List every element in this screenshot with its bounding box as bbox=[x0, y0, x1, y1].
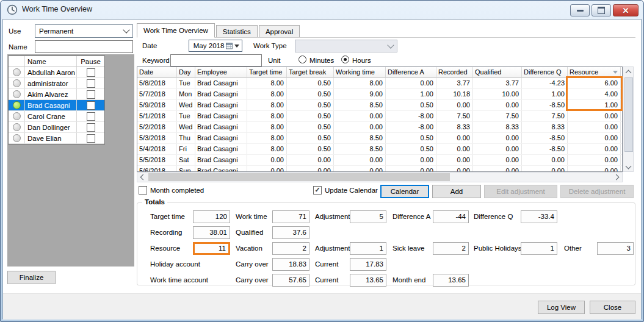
unit-minutes-radio[interactable] bbox=[298, 55, 306, 63]
table-row[interactable]: 5/2/2018WedBrad Casagni8.000.500.00-8.00… bbox=[137, 122, 622, 133]
maximize-button[interactable] bbox=[592, 4, 611, 16]
target-time-value: 120 bbox=[193, 210, 230, 223]
date-year[interactable]: 2018 bbox=[208, 42, 225, 49]
scroll-up-icon[interactable] bbox=[623, 67, 633, 77]
active-indicator-icon bbox=[13, 101, 21, 109]
date-month[interactable]: May bbox=[192, 42, 208, 49]
work-time-grid[interactable]: DateDayEmployeeTarget timeTarget breakWo… bbox=[137, 66, 623, 172]
log-view-button[interactable]: Log View bbox=[538, 301, 585, 314]
scroll-left-icon[interactable] bbox=[137, 173, 147, 182]
unit-hours-radio[interactable] bbox=[341, 55, 349, 63]
difference-a-value: -44 bbox=[433, 210, 469, 223]
resource-label: Resource bbox=[150, 242, 180, 255]
employee-row[interactable]: Brad Casagni bbox=[9, 100, 104, 111]
cell-resource: 0.00 bbox=[568, 166, 621, 172]
pause-checkbox[interactable] bbox=[87, 112, 95, 121]
work-type-combobox[interactable] bbox=[295, 40, 397, 52]
date-picker[interactable]: May 2018 bbox=[189, 40, 242, 52]
cell-resource: 0.00 bbox=[568, 133, 621, 143]
column-header-label: Difference A bbox=[388, 67, 424, 77]
column-header-difference_a[interactable]: Difference A bbox=[386, 67, 436, 78]
cell-date: 5/3/2018 bbox=[137, 133, 177, 143]
edit-adjustment-button[interactable]: Edit adjustment bbox=[484, 185, 557, 198]
cell-target_break: 0.50 bbox=[287, 89, 334, 99]
column-header-qualified[interactable]: Qualified bbox=[473, 67, 522, 78]
work-time-label: Work time bbox=[236, 210, 267, 223]
employee-name[interactable]: administrator bbox=[25, 78, 77, 88]
employee-name[interactable]: Dave Elian bbox=[25, 133, 77, 143]
horizontal-scrollbar-thumb[interactable] bbox=[148, 173, 450, 181]
column-header-resource[interactable]: Resource bbox=[568, 67, 621, 78]
horizontal-scrollbar[interactable] bbox=[137, 172, 623, 182]
employee-row[interactable]: Dave Elian bbox=[9, 133, 104, 144]
pause-checkbox[interactable] bbox=[87, 68, 95, 77]
employee-list[interactable]: Name Pause Abdullah AaronadministratorAk… bbox=[8, 55, 105, 145]
vertical-scrollbar[interactable] bbox=[623, 66, 634, 172]
cell-working_time: 0.00 bbox=[334, 111, 386, 121]
employee-name[interactable]: Abdullah Aaron bbox=[25, 67, 77, 77]
close-dialog-button[interactable]: Close bbox=[590, 301, 635, 314]
employee-name[interactable]: Dan Dollinger bbox=[25, 122, 77, 132]
holiday-current-label: Current bbox=[315, 258, 338, 271]
pause-checkbox[interactable] bbox=[87, 123, 95, 132]
cell-day: Sun bbox=[177, 166, 195, 172]
employee-name[interactable]: Brad Casagni bbox=[25, 100, 77, 110]
vertical-scrollbar-thumb[interactable] bbox=[624, 77, 633, 152]
pause-checkbox[interactable] bbox=[87, 101, 95, 110]
table-row[interactable]: 5/7/2018MonBrad Casagni8.000.509.001.001… bbox=[137, 89, 622, 100]
employee-row[interactable]: Dan Dollinger bbox=[9, 122, 104, 133]
employee-row[interactable]: Abdullah Aaron bbox=[9, 67, 104, 78]
cell-working_time: 8.00 bbox=[334, 78, 386, 88]
column-header-label: Difference Q bbox=[524, 67, 562, 77]
column-header-target_time[interactable]: Target time bbox=[247, 67, 287, 78]
table-row[interactable]: 5/5/2018SatBrad Casagni0.000.000.000.000… bbox=[137, 155, 622, 166]
indicator-column-header bbox=[9, 56, 25, 66]
titlebar[interactable]: Work Time Overview ✕ bbox=[0, 0, 644, 19]
table-row[interactable]: 5/8/2018TueBrad Casagni8.000.508.000.003… bbox=[137, 78, 622, 89]
scroll-right-icon[interactable] bbox=[612, 173, 622, 182]
table-row[interactable]: 5/3/2018ThuBrad Casagni8.000.508.500.500… bbox=[137, 133, 622, 144]
column-header-recorded[interactable]: Recorded bbox=[436, 67, 473, 78]
calendar-button[interactable]: Calendar bbox=[380, 185, 429, 198]
column-header-label: Qualified bbox=[475, 67, 501, 77]
sick-leave-label: Sick leave bbox=[393, 242, 424, 255]
cell-qualified: 0.00 bbox=[473, 166, 522, 172]
tab-approval[interactable]: Approval bbox=[259, 25, 300, 37]
use-combobox[interactable]: Permanent bbox=[35, 24, 133, 38]
employee-name[interactable]: Akim Alvarez bbox=[25, 89, 77, 99]
employee-row[interactable]: administrator bbox=[9, 78, 104, 89]
scroll-down-icon[interactable] bbox=[623, 162, 633, 171]
column-header-difference_q[interactable]: Difference Q bbox=[522, 67, 568, 78]
close-button[interactable]: ✕ bbox=[613, 4, 639, 16]
tab-work-time-overview[interactable]: Work Time Overview bbox=[137, 23, 215, 38]
table-row[interactable]: 5/9/2018WedBrad Casagni8.000.508.500.500… bbox=[137, 100, 622, 111]
column-header-working_time[interactable]: Working time bbox=[334, 67, 386, 78]
update-calendar-checkbox[interactable] bbox=[313, 186, 322, 195]
pause-checkbox[interactable] bbox=[87, 79, 95, 88]
column-header-target_break[interactable]: Target break bbox=[287, 67, 334, 78]
tab-statistics[interactable]: Statistics bbox=[216, 25, 258, 37]
keyword-input[interactable] bbox=[170, 54, 262, 66]
table-row[interactable]: 5/1/2018TueBrad Casagni8.000.500.00-8.00… bbox=[137, 111, 622, 122]
table-row[interactable]: 5/6/2018SunBrad Casagni0.000.000.000.000… bbox=[137, 166, 622, 172]
cell-difference_q: 0.00 bbox=[522, 155, 568, 165]
employee-name[interactable]: Carol Crane bbox=[25, 111, 77, 121]
month-completed-checkbox[interactable] bbox=[139, 186, 147, 195]
delete-adjustment-button[interactable]: Delete adjustment bbox=[560, 185, 634, 198]
pause-checkbox[interactable] bbox=[87, 90, 95, 99]
pause-column-header: Pause bbox=[77, 56, 104, 66]
chevron-down-icon[interactable] bbox=[234, 45, 239, 48]
name-filter-input[interactable] bbox=[35, 40, 133, 53]
pause-checkbox[interactable] bbox=[87, 134, 95, 143]
table-row[interactable]: 5/4/2018FriBrad Casagni8.000.508.500.500… bbox=[137, 144, 622, 155]
finalize-button[interactable]: Finalize bbox=[7, 271, 56, 284]
employee-row[interactable]: Akim Alvarez bbox=[9, 89, 104, 100]
minimize-button[interactable] bbox=[570, 4, 590, 16]
add-button[interactable]: Add bbox=[432, 185, 481, 198]
employee-row[interactable]: Carol Crane bbox=[9, 111, 104, 122]
column-header-employee[interactable]: Employee bbox=[195, 67, 247, 78]
column-header-day[interactable]: Day bbox=[177, 67, 195, 78]
column-header-date[interactable]: Date bbox=[137, 67, 177, 78]
unit-hours-label: Hours bbox=[352, 57, 371, 64]
cell-qualified: 8.33 bbox=[473, 122, 522, 132]
